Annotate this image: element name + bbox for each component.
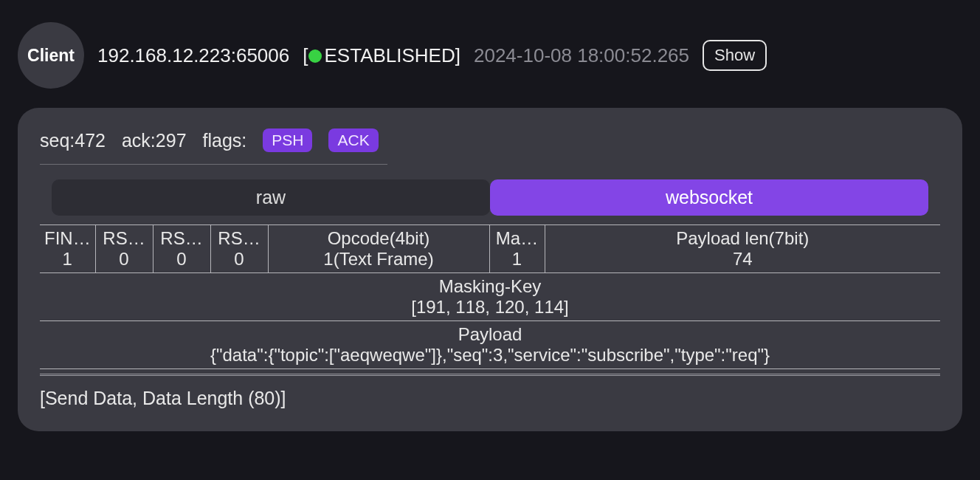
send-data-footer: [Send Data, Data Length (80)] [40, 388, 940, 409]
packet-panel: seq:472 ack:297 flags: PSH ACK raw webso… [18, 108, 962, 431]
tab-websocket[interactable]: websocket [490, 179, 928, 216]
connection-status: [ESTABLISHED] [303, 44, 460, 67]
col-mask: Ma… 1 [489, 225, 545, 273]
flag-ack: ACK [328, 128, 378, 152]
show-button[interactable]: Show [703, 40, 767, 71]
role-label: Client [27, 46, 75, 66]
col-rsv3: RS… 0 [210, 225, 268, 273]
connection-header: Client 192.168.12.223:65006 [ESTABLISHED… [18, 22, 962, 89]
timestamp: 2024-10-08 18:00:52.265 [474, 44, 689, 67]
tab-raw[interactable]: raw [52, 179, 490, 216]
col-rsv1: RS… 0 [95, 225, 153, 273]
role-badge: Client [18, 22, 84, 89]
ack-label: ack:297 [122, 130, 187, 151]
col-opcode: Opcode(4bit) 1(Text Frame) [268, 225, 489, 273]
masking-key-row: Masking-Key [191, 118, 120, 114] [40, 273, 940, 321]
flag-psh: PSH [263, 128, 312, 152]
status-dot-icon [308, 49, 322, 63]
col-rsv2: RS… 0 [153, 225, 210, 273]
ws-frame-table: FIN… 1 RS… 0 RS… 0 RS… 0 Opcode(4bit) [40, 224, 940, 376]
view-tabs: raw websocket [52, 179, 928, 216]
status-text: ESTABLISHED [325, 44, 455, 66]
col-payload-len: Payload len(7bit) 74 [545, 225, 940, 273]
payload-row: Payload {"data":{"topic":["aeqweqwe"]},"… [40, 321, 940, 369]
flags-label: flags: [203, 130, 247, 151]
col-fin: FIN… 1 [40, 225, 95, 273]
tcp-meta-row: seq:472 ack:297 flags: PSH ACK [40, 128, 387, 165]
client-address: 192.168.12.223:65006 [97, 44, 289, 67]
seq-label: seq:472 [40, 130, 106, 151]
divider [40, 374, 940, 376]
